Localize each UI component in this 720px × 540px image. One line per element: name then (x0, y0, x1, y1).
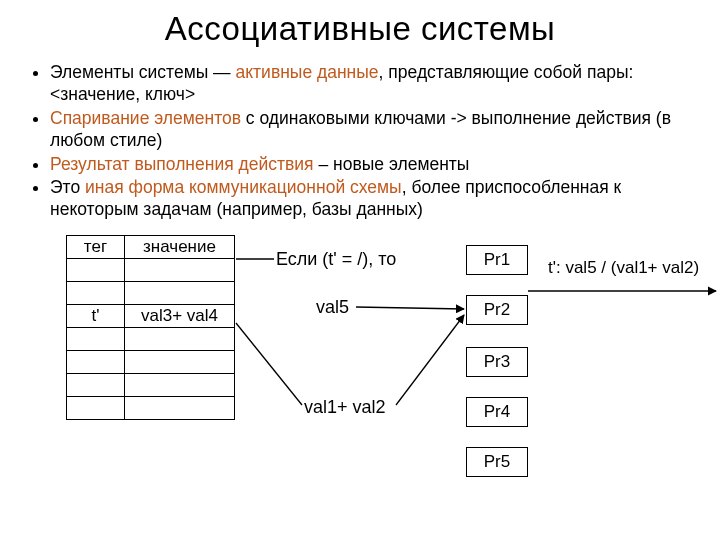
proc-box-4: Pr4 (466, 397, 528, 427)
proc-box-5: Pr5 (466, 447, 528, 477)
bullet-4: Это иная форма коммуникационной схемы, б… (50, 177, 692, 221)
output-expression: t': val5 / (val1+ val2) (548, 257, 720, 278)
slide-title: Ассоциативные системы (28, 10, 692, 48)
diagram-area: тег значение t'val3+ val4 Если (t' = /),… (28, 235, 692, 515)
condition-label: Если (t' = /), то (276, 249, 396, 270)
col-header-value: значение (125, 236, 235, 259)
val5-label: val5 (316, 297, 349, 318)
table-row: t'val3+ val4 (67, 305, 235, 328)
table-header-row: тег значение (67, 236, 235, 259)
bullet-2: Спаривание элементов с одинаковыми ключа… (50, 108, 692, 152)
bullet-list: Элементы системы — активные данные, пред… (28, 62, 692, 221)
table-row (67, 259, 235, 282)
table-row (67, 397, 235, 420)
proc-box-1: Pr1 (466, 245, 528, 275)
proc-box-2: Pr2 (466, 295, 528, 325)
bullet-3: Результат выполнения действия – новые эл… (50, 154, 692, 176)
svg-line-3 (396, 315, 464, 405)
proc-box-3: Pr3 (466, 347, 528, 377)
svg-line-2 (356, 307, 464, 309)
table-row (67, 374, 235, 397)
table-row (67, 282, 235, 305)
val12-label: val1+ val2 (304, 397, 386, 418)
svg-line-1 (236, 323, 302, 405)
tag-value-table: тег значение t'val3+ val4 (66, 235, 235, 420)
bullet-1: Элементы системы — активные данные, пред… (50, 62, 692, 106)
table-row (67, 328, 235, 351)
table-row (67, 351, 235, 374)
col-header-tag: тег (67, 236, 125, 259)
